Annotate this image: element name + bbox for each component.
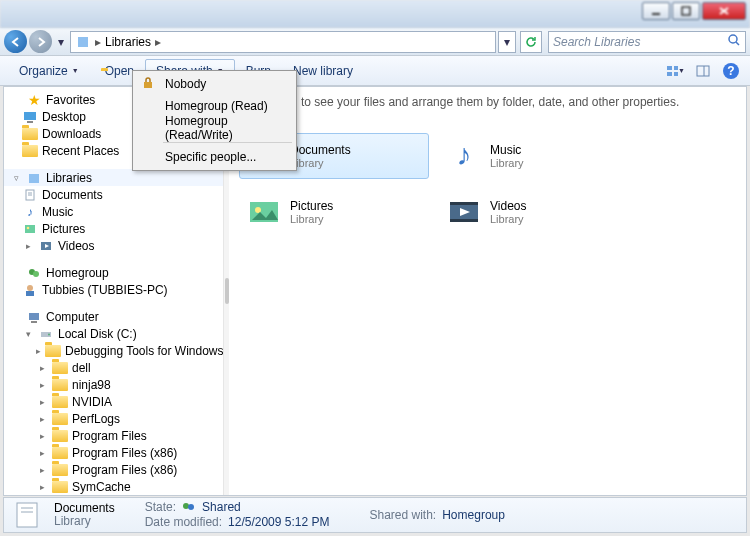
user-icon [22, 282, 38, 298]
svg-point-27 [33, 271, 39, 277]
videos-icon [38, 238, 54, 254]
music-icon: ♪ [446, 138, 482, 174]
svg-point-23 [27, 226, 30, 229]
svg-rect-17 [27, 121, 33, 123]
pictures-icon [246, 194, 282, 230]
details-pane: Documents Library State:Shared Date modi… [3, 497, 747, 533]
svg-rect-16 [24, 112, 36, 120]
organize-menu[interactable]: Organize▼ [8, 59, 90, 83]
address-bar: ▾ ▸ Libraries ▸ ▾ Search Libraries [0, 28, 750, 56]
breadcrumb-item[interactable]: Libraries [105, 35, 151, 49]
svg-point-28 [27, 285, 33, 291]
videos-icon [446, 194, 482, 230]
libraries-icon [26, 170, 42, 186]
details-type: Library [54, 515, 115, 528]
breadcrumb[interactable]: ▸ Libraries ▸ [70, 31, 496, 53]
svg-rect-31 [31, 321, 37, 323]
svg-rect-41 [450, 202, 478, 205]
svg-rect-4 [78, 37, 88, 47]
tree-folder[interactable]: ▸dell [4, 359, 223, 376]
window-titlebar [0, 0, 750, 28]
tree-folder[interactable]: ▸NVIDIA [4, 393, 223, 410]
minimize-button[interactable] [642, 2, 670, 20]
music-icon: ♪ [22, 204, 38, 220]
documents-icon [22, 187, 38, 203]
view-description: to see your files and arrange them by fo… [239, 91, 736, 133]
items-view[interactable]: to see your files and arrange them by fo… [229, 87, 746, 495]
svg-point-48 [188, 504, 194, 510]
svg-point-33 [48, 333, 50, 335]
svg-rect-11 [697, 66, 709, 76]
tree-folder[interactable]: ▸Program Files (x86) [4, 461, 223, 478]
share-homegroup-readwrite[interactable]: Homegroup (Read/Write) [135, 117, 294, 139]
chevron-right-icon: ▸ [155, 35, 161, 49]
search-placeholder: Search Libraries [553, 35, 640, 49]
sidebar-item-music[interactable]: ♪Music [4, 203, 223, 220]
svg-rect-7 [667, 66, 672, 70]
homegroup-icon [26, 265, 42, 281]
lock-icon [141, 76, 155, 93]
library-pictures[interactable]: PicturesLibrary [239, 189, 429, 235]
tree-folder[interactable]: ▸SymCache [4, 478, 223, 495]
svg-rect-22 [25, 225, 35, 233]
forward-button[interactable] [29, 30, 52, 53]
nav-history-dropdown[interactable]: ▾ [54, 30, 68, 53]
search-icon [727, 33, 741, 50]
recent-icon [22, 143, 38, 159]
svg-rect-29 [26, 291, 34, 296]
menu-separator [163, 142, 292, 143]
search-input[interactable]: Search Libraries [548, 31, 746, 53]
shared-icon [182, 501, 196, 516]
computer-icon [26, 309, 42, 325]
maximize-button[interactable] [672, 2, 700, 20]
tree-folder[interactable]: ▸PerfLogs [4, 410, 223, 427]
content-area: ★Favorites Desktop Downloads Recent Plac… [3, 86, 747, 496]
sidebar-item-videos[interactable]: ▸Videos [4, 237, 223, 254]
pictures-icon [22, 221, 38, 237]
sidebar-item-homegroup-user[interactable]: Tubbies (TUBBIES-PC) [4, 281, 223, 298]
svg-text:?: ? [727, 64, 734, 78]
share-specific-people[interactable]: Specific people... [135, 146, 294, 168]
svg-line-6 [736, 42, 739, 45]
svg-rect-9 [667, 72, 672, 76]
preview-pane-button[interactable] [692, 60, 714, 82]
back-button[interactable] [4, 30, 27, 53]
svg-point-5 [729, 35, 737, 43]
computer-group[interactable]: Computer [4, 308, 223, 325]
drive-icon [38, 326, 54, 342]
close-button[interactable] [702, 2, 746, 20]
tree-folder[interactable]: ▸Program Files [4, 427, 223, 444]
library-videos[interactable]: VideosLibrary [439, 189, 629, 235]
sidebar-item-local-disk[interactable]: ▾Local Disk (C:) [4, 325, 223, 342]
libraries-group[interactable]: ▿Libraries [4, 169, 223, 186]
chevron-right-icon: ▸ [95, 35, 101, 49]
svg-rect-1 [682, 7, 690, 15]
libraries-icon [75, 34, 91, 50]
share-nobody[interactable]: Nobody [135, 73, 294, 95]
tree-folder[interactable]: ▸Debugging Tools for Windows (x64) [4, 342, 223, 359]
svg-point-47 [183, 503, 189, 509]
library-music[interactable]: ♪ MusicLibrary [439, 133, 629, 179]
sidebar-item-pictures[interactable]: Pictures [4, 220, 223, 237]
command-bar: Organize▼ Open Share with▼ Burn New libr… [0, 56, 750, 86]
address-dropdown[interactable]: ▾ [498, 31, 516, 53]
desktop-icon [22, 109, 38, 125]
star-icon: ★ [26, 92, 42, 108]
help-button[interactable]: ? [720, 60, 742, 82]
sidebar-item-documents[interactable]: Documents [4, 186, 223, 203]
svg-rect-42 [450, 219, 478, 222]
view-options-button[interactable]: ▼ [664, 60, 686, 82]
tree-folder[interactable]: ▸ninja98 [4, 376, 223, 393]
homegroup-group[interactable]: Homegroup [4, 264, 223, 281]
svg-rect-15 [144, 82, 152, 88]
details-thumbnail [12, 500, 44, 530]
share-with-dropdown: Nobody Homegroup (Read) Homegroup (Read/… [132, 70, 297, 171]
tree-folder[interactable]: ▸Program Files (x86) [4, 444, 223, 461]
downloads-icon [22, 126, 38, 142]
svg-rect-30 [29, 313, 39, 320]
svg-rect-44 [17, 503, 37, 527]
svg-rect-18 [29, 174, 39, 183]
refresh-button[interactable] [520, 31, 542, 53]
